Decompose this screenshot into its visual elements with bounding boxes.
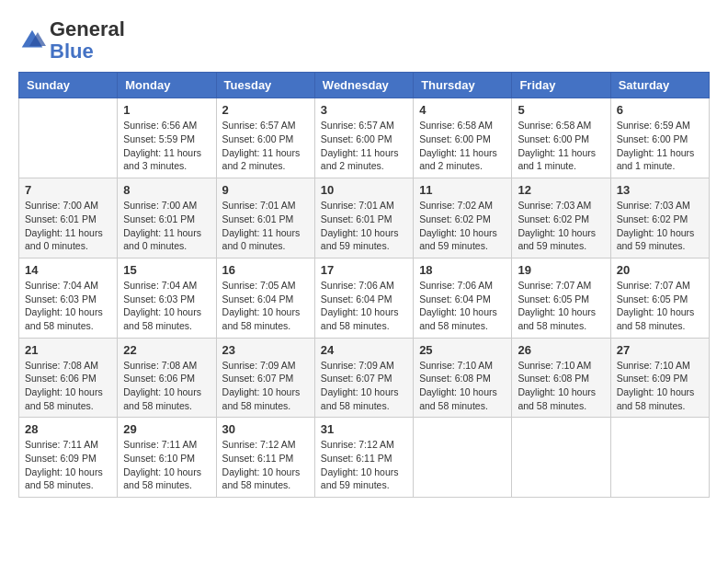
cell-content: Sunrise: 7:11 AMSunset: 6:10 PMDaylight:…: [123, 438, 210, 492]
day-number: 27: [617, 343, 703, 357]
calendar-cell: 26Sunrise: 7:10 AMSunset: 6:08 PMDayligh…: [512, 338, 610, 418]
cell-content: Sunrise: 6:57 AMSunset: 6:00 PMDaylight:…: [321, 119, 407, 173]
day-number: 20: [617, 263, 703, 277]
day-number: 16: [222, 263, 309, 277]
calendar-cell: 17Sunrise: 7:06 AMSunset: 6:04 PMDayligh…: [314, 258, 413, 338]
calendar-cell: 12Sunrise: 7:03 AMSunset: 6:02 PMDayligh…: [512, 178, 610, 259]
calendar-table: SundayMondayTuesdayWednesdayThursdayFrid…: [18, 72, 710, 498]
cell-content: Sunrise: 6:58 AMSunset: 6:00 PMDaylight:…: [419, 119, 506, 173]
day-number: 9: [222, 183, 309, 197]
calendar-cell: 25Sunrise: 7:10 AMSunset: 6:08 PMDayligh…: [414, 338, 512, 418]
calendar-cell: [512, 418, 610, 498]
day-header-tuesday: Tuesday: [216, 73, 314, 98]
cell-content: Sunrise: 6:59 AMSunset: 6:00 PMDaylight:…: [617, 119, 703, 173]
cell-content: Sunrise: 7:09 AMSunset: 6:07 PMDaylight:…: [321, 359, 407, 413]
cell-content: Sunrise: 7:07 AMSunset: 6:05 PMDaylight:…: [518, 279, 604, 333]
day-number: 30: [222, 422, 309, 436]
cell-content: Sunrise: 6:56 AMSunset: 5:59 PMDaylight:…: [123, 119, 210, 173]
cell-content: Sunrise: 7:10 AMSunset: 6:08 PMDaylight:…: [518, 359, 604, 413]
calendar-week-2: 7Sunrise: 7:00 AMSunset: 6:01 PMDaylight…: [19, 178, 710, 259]
day-number: 21: [25, 343, 111, 357]
cell-content: Sunrise: 7:05 AMSunset: 6:04 PMDaylight:…: [222, 279, 309, 333]
cell-content: Sunrise: 7:03 AMSunset: 6:02 PMDaylight:…: [518, 199, 604, 253]
cell-content: Sunrise: 7:01 AMSunset: 6:01 PMDaylight:…: [321, 199, 407, 253]
day-number: 3: [321, 103, 407, 117]
cell-content: Sunrise: 7:02 AMSunset: 6:02 PMDaylight:…: [419, 199, 506, 253]
cell-content: Sunrise: 7:01 AMSunset: 6:01 PMDaylight:…: [222, 199, 309, 253]
cell-content: Sunrise: 6:58 AMSunset: 6:00 PMDaylight:…: [518, 119, 604, 173]
calendar-cell: 8Sunrise: 7:00 AMSunset: 6:01 PMDaylight…: [118, 178, 216, 259]
cell-content: Sunrise: 7:06 AMSunset: 6:04 PMDaylight:…: [321, 279, 407, 333]
day-number: 8: [123, 183, 210, 197]
calendar-week-3: 14Sunrise: 7:04 AMSunset: 6:03 PMDayligh…: [19, 258, 710, 338]
day-number: 13: [617, 183, 703, 197]
cell-content: Sunrise: 7:04 AMSunset: 6:03 PMDaylight:…: [123, 279, 210, 333]
calendar-cell: [19, 98, 118, 178]
calendar-cell: 30Sunrise: 7:12 AMSunset: 6:11 PMDayligh…: [216, 418, 314, 498]
calendar-cell: 10Sunrise: 7:01 AMSunset: 6:01 PMDayligh…: [314, 178, 413, 259]
day-number: 14: [25, 263, 111, 277]
day-number: 29: [123, 422, 210, 436]
day-header-wednesday: Wednesday: [314, 73, 413, 98]
calendar-cell: 15Sunrise: 7:04 AMSunset: 6:03 PMDayligh…: [118, 258, 216, 338]
calendar-cell: 9Sunrise: 7:01 AMSunset: 6:01 PMDaylight…: [216, 178, 314, 259]
cell-content: Sunrise: 7:07 AMSunset: 6:05 PMDaylight:…: [617, 279, 703, 333]
calendar-week-4: 21Sunrise: 7:08 AMSunset: 6:06 PMDayligh…: [19, 338, 710, 418]
cell-content: Sunrise: 7:00 AMSunset: 6:01 PMDaylight:…: [123, 199, 210, 253]
cell-content: Sunrise: 7:00 AMSunset: 6:01 PMDaylight:…: [25, 199, 111, 253]
cell-content: Sunrise: 7:08 AMSunset: 6:06 PMDaylight:…: [123, 359, 210, 413]
cell-content: Sunrise: 7:04 AMSunset: 6:03 PMDaylight:…: [25, 279, 111, 333]
calendar-cell: 11Sunrise: 7:02 AMSunset: 6:02 PMDayligh…: [414, 178, 512, 259]
day-number: 1: [123, 103, 210, 117]
day-number: 4: [419, 103, 506, 117]
calendar-cell: 7Sunrise: 7:00 AMSunset: 6:01 PMDaylight…: [19, 178, 118, 259]
calendar-cell: 22Sunrise: 7:08 AMSunset: 6:06 PMDayligh…: [118, 338, 216, 418]
cell-content: Sunrise: 7:10 AMSunset: 6:09 PMDaylight:…: [617, 359, 703, 413]
day-header-sunday: Sunday: [19, 73, 118, 98]
calendar-cell: [414, 418, 512, 498]
cell-content: Sunrise: 7:11 AMSunset: 6:09 PMDaylight:…: [25, 438, 111, 492]
logo-text: GeneralBlue: [50, 18, 125, 63]
cell-content: Sunrise: 6:57 AMSunset: 6:00 PMDaylight:…: [222, 119, 309, 173]
day-number: 17: [321, 263, 407, 277]
day-header-thursday: Thursday: [414, 73, 512, 98]
cell-content: Sunrise: 7:08 AMSunset: 6:06 PMDaylight:…: [25, 359, 111, 413]
day-header-monday: Monday: [118, 73, 216, 98]
cell-content: Sunrise: 7:12 AMSunset: 6:11 PMDaylight:…: [222, 438, 309, 492]
calendar-cell: 29Sunrise: 7:11 AMSunset: 6:10 PMDayligh…: [118, 418, 216, 498]
calendar-cell: 23Sunrise: 7:09 AMSunset: 6:07 PMDayligh…: [216, 338, 314, 418]
calendar-cell: 21Sunrise: 7:08 AMSunset: 6:06 PMDayligh…: [19, 338, 118, 418]
day-number: 24: [321, 343, 407, 357]
cell-content: Sunrise: 7:09 AMSunset: 6:07 PMDaylight:…: [222, 359, 309, 413]
day-number: 10: [321, 183, 407, 197]
day-number: 7: [25, 183, 111, 197]
calendar-cell: 2Sunrise: 6:57 AMSunset: 6:00 PMDaylight…: [216, 98, 314, 178]
cell-content: Sunrise: 7:06 AMSunset: 6:04 PMDaylight:…: [419, 279, 506, 333]
day-number: 6: [617, 103, 703, 117]
calendar-cell: 14Sunrise: 7:04 AMSunset: 6:03 PMDayligh…: [19, 258, 118, 338]
calendar-cell: 20Sunrise: 7:07 AMSunset: 6:05 PMDayligh…: [610, 258, 709, 338]
calendar-cell: 5Sunrise: 6:58 AMSunset: 6:00 PMDaylight…: [512, 98, 610, 178]
calendar-cell: 4Sunrise: 6:58 AMSunset: 6:00 PMDaylight…: [414, 98, 512, 178]
day-header-friday: Friday: [512, 73, 610, 98]
calendar-cell: 27Sunrise: 7:10 AMSunset: 6:09 PMDayligh…: [610, 338, 709, 418]
day-number: 23: [222, 343, 309, 357]
calendar-header-row: SundayMondayTuesdayWednesdayThursdayFrid…: [19, 73, 710, 98]
day-number: 25: [419, 343, 506, 357]
calendar-week-1: 1Sunrise: 6:56 AMSunset: 5:59 PMDaylight…: [19, 98, 710, 178]
calendar-cell: 6Sunrise: 6:59 AMSunset: 6:00 PMDaylight…: [610, 98, 709, 178]
day-number: 18: [419, 263, 506, 277]
day-number: 12: [518, 183, 604, 197]
calendar-cell: 31Sunrise: 7:12 AMSunset: 6:11 PMDayligh…: [314, 418, 413, 498]
day-number: 26: [518, 343, 604, 357]
calendar-cell: 13Sunrise: 7:03 AMSunset: 6:02 PMDayligh…: [610, 178, 709, 259]
day-number: 15: [123, 263, 210, 277]
calendar-cell: 18Sunrise: 7:06 AMSunset: 6:04 PMDayligh…: [414, 258, 512, 338]
calendar-cell: 16Sunrise: 7:05 AMSunset: 6:04 PMDayligh…: [216, 258, 314, 338]
cell-content: Sunrise: 7:12 AMSunset: 6:11 PMDaylight:…: [321, 438, 407, 492]
logo: GeneralBlue: [18, 18, 125, 63]
page-header: GeneralBlue: [18, 18, 710, 63]
day-number: 19: [518, 263, 604, 277]
day-number: 28: [25, 422, 111, 436]
calendar-cell: 28Sunrise: 7:11 AMSunset: 6:09 PMDayligh…: [19, 418, 118, 498]
